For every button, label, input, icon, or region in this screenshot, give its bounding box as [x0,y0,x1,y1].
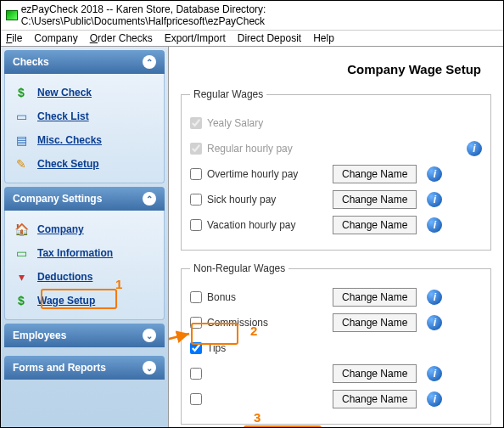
collapse-icon[interactable]: ⌃ [143,192,156,206]
wage-icon: $ [14,293,29,308]
commissions-text: Commissions [207,317,268,329]
annotation-box-1 [41,289,117,309]
sick-text: Sick hourly pay [207,194,276,206]
yearly-salary-checkbox [190,117,202,129]
panel-company-header[interactable]: Company Settings ⌃ [4,187,165,211]
panel-checks-body: $ New Check ▭ Check List ▤ Misc. Checks … [4,74,165,183]
help-icon[interactable]: i [427,366,442,381]
change-name-button[interactable]: Change Name [333,288,417,307]
menu-help[interactable]: Help [313,32,334,44]
panel-employees-title: Employees [13,329,66,341]
regular-wages-group: Regular Wages Yealy Salary Regular hourl… [181,88,491,251]
help-icon[interactable]: i [427,166,442,182]
commissions-label[interactable]: Commissions [190,317,326,329]
nav-company[interactable]: 🏠 Company [10,217,159,241]
nonregular-wages-legend: Non-Regular Wages [190,262,288,274]
panel-checks-title: Checks [13,56,49,68]
change-name-button[interactable]: Change Name [333,216,417,234]
nav-link[interactable]: Check Setup [37,158,99,170]
money-icon: ▭ [14,245,29,261]
nav-link[interactable]: Deductions [37,271,92,283]
panel-employees-header[interactable]: Employees ⌄ [4,324,165,347]
bonus-text: Bonus [207,291,236,303]
nav-check-setup[interactable]: ✎ Check Setup [10,152,159,176]
change-name-button[interactable]: Change Name [333,165,417,183]
help-icon[interactable]: i [427,217,442,233]
collapse-icon[interactable]: ⌃ [143,55,156,69]
tips-text: Tips [207,342,226,354]
vacation-label[interactable]: Vacation hourly pay [190,219,326,231]
regular-wages-legend: Regular Wages [190,88,266,100]
hourly-pay-checkbox [190,143,202,155]
overtime-checkbox[interactable] [190,168,202,180]
main-content: Company Wage Setup Regular Wages Yealy S… [169,47,503,428]
expand-icon[interactable]: ⌄ [143,329,156,342]
hourly-pay-label: Regular hourly pay [190,143,326,155]
change-name-button[interactable]: Change Name [333,313,417,332]
change-name-button[interactable]: Change Name [333,390,417,408]
help-icon[interactable]: i [427,290,442,305]
help-icon[interactable]: i [467,141,482,156]
help-icon[interactable]: i [427,315,442,330]
nav-wage-setup[interactable]: $ Wage Setup [10,289,159,313]
panel-forms-title: Forms and Reports [13,362,106,374]
house-icon: 🏠 [14,222,29,237]
overtime-text: Overtime hourly pay [207,168,298,180]
nonregular-wages-group: Non-Regular Wages Bonus Change Name i Co… [181,262,491,425]
custom2-checkbox[interactable] [190,393,202,405]
nav-tax-info[interactable]: ▭ Tax Information [10,241,159,265]
vacation-checkbox[interactable] [190,219,202,231]
vacation-text: Vacation hourly pay [207,219,296,231]
dollar-icon: $ [14,85,29,100]
commissions-checkbox[interactable] [190,317,202,329]
page-title: Company Wage Setup [176,54,496,88]
custom2-label[interactable] [190,393,326,405]
change-name-button[interactable]: Change Name [333,190,417,209]
panel-company-title: Company Settings [13,193,102,205]
custom1-checkbox[interactable] [190,368,202,380]
deduction-icon: ▾ [14,269,29,284]
nav-misc-checks[interactable]: ▤ Misc. Checks [10,128,159,152]
panel-company-body: 🏠 Company ▭ Tax Information ▾ Deductions… [4,211,165,320]
custom1-label[interactable] [190,368,326,380]
clipboard-icon: ▤ [14,132,29,148]
menu-export-import[interactable]: Export/Import [165,32,226,44]
nav-link[interactable]: New Check [37,87,92,99]
panel-checks-header[interactable]: Checks ⌃ [4,50,165,74]
nav-link[interactable]: Tax Information [37,247,113,259]
bonus-checkbox[interactable] [190,291,202,303]
tips-checkbox[interactable] [190,342,202,354]
nav-check-list[interactable]: ▭ Check List [10,104,159,128]
menu-company[interactable]: Company [34,32,77,44]
app-icon [6,10,18,20]
title-bar: ezPayCheck 2018 -- Karen Store, Database… [1,1,503,31]
help-icon[interactable]: i [427,192,442,207]
menu-direct-deposit[interactable]: Direct Deposit [238,32,301,44]
panel-forms-header[interactable]: Forms and Reports ⌄ [4,356,165,380]
overtime-label[interactable]: Overtime hourly pay [190,168,326,180]
menu-order-checks[interactable]: Order Checks [90,32,153,44]
nav-new-check[interactable]: $ New Check [10,81,159,104]
expand-icon[interactable]: ⌄ [143,361,156,374]
sidebar: Checks ⌃ $ New Check ▭ Check List ▤ Misc… [1,47,169,428]
tips-label[interactable]: Tips [190,342,326,354]
menu-file[interactable]: File [6,32,22,44]
hourly-pay-text: Regular hourly pay [207,143,293,155]
sick-checkbox[interactable] [190,194,202,206]
sick-label[interactable]: Sick hourly pay [190,194,326,206]
nav-link[interactable]: Company [37,223,84,235]
help-icon[interactable]: i [427,391,442,407]
nav-link[interactable]: Check List [37,110,89,122]
bonus-label[interactable]: Bonus [190,291,326,303]
menu-bar: File Company Order Checks Export/Import … [1,31,503,47]
change-name-button[interactable]: Change Name [333,364,417,383]
window-title: ezPayCheck 2018 -- Karen Store, Database… [21,3,498,27]
list-icon: ▭ [14,109,29,124]
nav-deductions[interactable]: ▾ Deductions [10,265,159,289]
nav-link[interactable]: Misc. Checks [37,134,102,146]
yearly-salary-label: Yealy Salary [190,117,326,129]
wrench-icon: ✎ [14,156,29,172]
yearly-salary-text: Yealy Salary [207,117,263,129]
